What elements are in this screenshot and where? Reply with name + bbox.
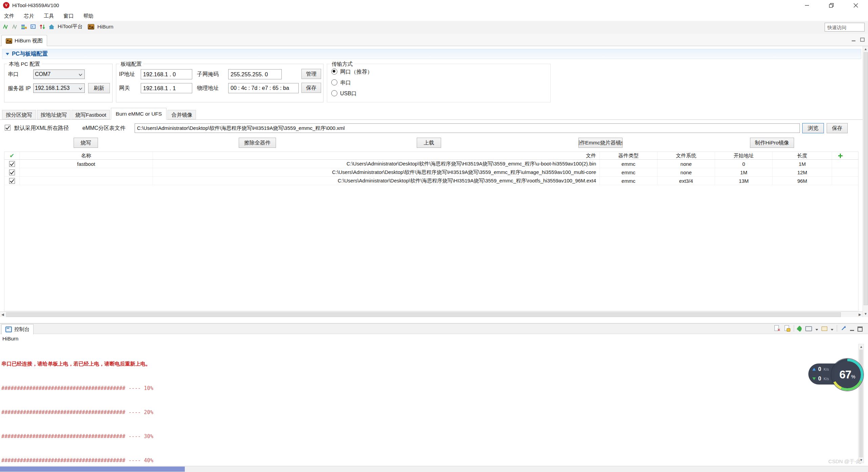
scroll-lock-icon[interactable] xyxy=(784,325,790,332)
tab-burn-emmc-ufs[interactable]: Burn eMMC or UFS xyxy=(111,108,166,120)
open-console-dropdown-icon[interactable] xyxy=(831,329,833,331)
connect-icon[interactable] xyxy=(3,24,9,30)
view-minimize-icon[interactable] xyxy=(851,37,856,42)
cell-length[interactable]: 96M xyxy=(773,177,832,185)
erase-all-button[interactable]: 擦除全器件 xyxy=(239,138,276,148)
scroll-left-icon[interactable]: ◀ xyxy=(1,312,4,317)
minimize-button[interactable] xyxy=(799,0,815,11)
mac-input[interactable]: 00 : 4c : 7d : e7 : 65 : ba xyxy=(228,83,299,93)
make-hipro-image-button[interactable]: 制作HiPro镜像 xyxy=(750,138,794,148)
cell-length[interactable]: 1M xyxy=(773,160,832,168)
clear-console-icon[interactable]: ✕ xyxy=(773,325,780,332)
save-board-button[interactable]: 保存 xyxy=(301,83,321,93)
refresh-button[interactable]: 刷新 xyxy=(88,83,110,93)
cell-file[interactable]: C:\Users\Administrator\Desktop\软件\海思程序烧写… xyxy=(153,160,600,168)
radio-usb[interactable] xyxy=(331,90,337,96)
manage-button[interactable]: 管理 xyxy=(301,69,321,79)
default-xml-checkbox[interactable] xyxy=(5,125,11,131)
cell-file[interactable]: C:\Users\Administrator\Desktop\软件\海思程序烧写… xyxy=(153,177,600,185)
home-icon[interactable] xyxy=(48,24,55,30)
default-xml-label[interactable]: 默认采用XML所在路径 xyxy=(14,125,69,132)
scroll-up-icon[interactable]: ▲ xyxy=(864,47,867,52)
row-checkbox[interactable] xyxy=(9,161,15,167)
tab-partition-burn[interactable]: 按分区烧写 xyxy=(2,110,36,119)
cell-start[interactable]: 0 xyxy=(715,160,773,168)
maximize-console-icon[interactable] xyxy=(841,325,847,331)
radio-serial[interactable] xyxy=(331,79,337,85)
serial-port-select[interactable]: COM7 xyxy=(33,70,85,79)
cell-filesystem[interactable]: none xyxy=(657,168,715,176)
browse-button[interactable]: 浏览 xyxy=(802,123,824,133)
tab-address-burn[interactable]: 按地址烧写 xyxy=(37,110,71,119)
cell-file[interactable]: C:\Users\Administrator\Desktop\软件\海思程序烧写… xyxy=(153,168,600,176)
select-all-check-icon[interactable]: ✔ xyxy=(9,152,14,159)
radio-network[interactable] xyxy=(331,68,337,75)
scrollbar-thumb[interactable] xyxy=(0,467,185,472)
transfer-icon[interactable] xyxy=(39,24,45,30)
disconnect-icon[interactable] xyxy=(12,24,18,30)
server-ip-select[interactable]: 192.168.1.253 xyxy=(33,83,85,93)
tab-merge-image[interactable]: 合并镜像 xyxy=(167,110,196,119)
display-console-dropdown-icon[interactable] xyxy=(815,329,818,331)
main-horizontal-scrollbar[interactable]: ◀ ▶ xyxy=(0,311,863,317)
row-checkbox[interactable] xyxy=(9,170,15,175)
open-console-icon[interactable] xyxy=(822,327,827,331)
add-row-icon[interactable] xyxy=(838,154,843,158)
network-speed-gauge[interactable]: 0 K/s 0 K/s 67 % xyxy=(808,359,865,391)
subnet-mask-input[interactable]: 255.255.255. 0 xyxy=(228,69,282,79)
tab-burn-fastboot[interactable]: 烧写Fastboot xyxy=(72,110,110,119)
upload-button[interactable]: 上载 xyxy=(417,138,441,148)
cell-start[interactable]: 13M xyxy=(715,177,773,185)
bottom-horizontal-scrollbar[interactable] xyxy=(0,466,868,472)
menu-help[interactable]: 帮助 xyxy=(79,11,98,21)
partition-file-input[interactable]: C:\Users\Administrator\Desktop\软件\海思程序烧写… xyxy=(135,123,800,133)
cell-device-type[interactable]: emmc xyxy=(600,177,657,185)
make-emmc-image-button[interactable]: 制作Emmc烧片器镜像 xyxy=(578,138,623,148)
maximize-view-icon[interactable] xyxy=(857,327,863,332)
restore-button[interactable] xyxy=(823,0,840,11)
cell-device-type[interactable]: emmc xyxy=(600,168,657,176)
pin-console-icon[interactable] xyxy=(796,326,803,332)
view-maximize-icon[interactable] xyxy=(860,37,865,42)
menu-file[interactable]: 文件 xyxy=(0,11,18,21)
ip-input[interactable]: 192.168.1 . 0 xyxy=(141,69,192,79)
main-vertical-scrollbar[interactable]: ▲ ▼ xyxy=(863,46,868,317)
gateway-input[interactable]: 192.168.1 . 1 xyxy=(141,83,192,93)
display-console-icon[interactable] xyxy=(805,326,812,331)
board-config-icon[interactable] xyxy=(21,24,27,30)
save-xml-button[interactable]: 保存 xyxy=(827,123,848,133)
toolbar-hiburn-label[interactable]: HiBurn xyxy=(97,24,113,30)
table-row[interactable]: C:\Users\Administrator\Desktop\软件\海思程序烧写… xyxy=(4,168,858,177)
tab-console[interactable]: 控制台 xyxy=(1,324,34,334)
tab-hiburn-view[interactable]: HiBurn 视图 xyxy=(1,35,47,46)
cell-name[interactable] xyxy=(20,168,153,176)
scroll-right-icon[interactable]: ▶ xyxy=(859,312,861,317)
radio-usb-label[interactable]: USB口 xyxy=(340,90,357,97)
cell-filesystem[interactable]: ext3/4 xyxy=(657,177,715,185)
scroll-down-icon[interactable]: ▼ xyxy=(864,312,867,316)
table-row[interactable]: C:\Users\Administrator\Desktop\软件\海思程序烧写… xyxy=(4,177,858,185)
toolbar-platform-label[interactable]: HiTool平台 xyxy=(58,23,83,30)
cell-start[interactable]: 1M xyxy=(715,168,773,176)
quick-access-input[interactable]: 快速访问 xyxy=(825,23,865,32)
minimize-console-icon[interactable] xyxy=(850,330,854,331)
radio-network-label[interactable]: 网口（推荐） xyxy=(340,68,373,76)
row-checkbox[interactable] xyxy=(9,178,15,184)
cell-filesystem[interactable]: none xyxy=(657,160,715,168)
cell-name[interactable] xyxy=(20,177,153,185)
table-row[interactable]: fastboot C:\Users\Administrator\Desktop\… xyxy=(4,160,858,168)
radio-serial-label[interactable]: 串口 xyxy=(340,79,351,86)
menu-window[interactable]: 窗口 xyxy=(59,11,78,21)
menu-tools[interactable]: 工具 xyxy=(40,11,58,21)
menu-chip[interactable]: 芯片 xyxy=(20,11,38,21)
cell-length[interactable]: 12M xyxy=(773,168,832,176)
terminal-icon[interactable] xyxy=(30,24,36,30)
close-button[interactable] xyxy=(848,0,864,11)
scroll-up-icon[interactable]: ▲ xyxy=(860,345,863,349)
scrollbar-thumb[interactable] xyxy=(6,312,841,317)
cell-device-type[interactable]: emmc xyxy=(600,160,657,168)
cell-name[interactable]: fastboot xyxy=(20,160,153,168)
scrollbar-thumb[interactable] xyxy=(864,52,868,305)
burn-button[interactable]: 烧写 xyxy=(74,138,98,148)
pc-board-config-section-header[interactable]: PC与板端配置 xyxy=(2,49,861,59)
